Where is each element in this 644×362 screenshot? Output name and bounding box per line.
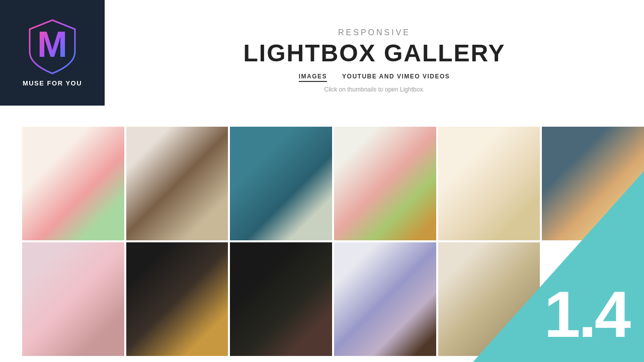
logo-area: M MUSE FOR YOU bbox=[0, 0, 105, 106]
gallery-item-2[interactable] bbox=[126, 127, 228, 240]
brand-name: MUSE FOR YOU bbox=[23, 79, 82, 87]
page-header: RESPONSIVE LIGHTBOX GALLERY IMAGES YOUTU… bbox=[105, 0, 644, 121]
gallery-hint: Click on thumbnails to open Lightbox. bbox=[324, 86, 424, 93]
svg-text:M: M bbox=[37, 24, 67, 64]
gallery-item-7[interactable] bbox=[22, 242, 124, 356]
gallery-item-5[interactable] bbox=[438, 127, 540, 240]
gallery-item-3[interactable] bbox=[230, 127, 332, 240]
tab-bar: IMAGES YOUTUBE AND VIMEO VIDEOS bbox=[299, 73, 450, 82]
tab-videos[interactable]: YOUTUBE AND VIMEO VIDEOS bbox=[342, 73, 450, 82]
gallery-item-6[interactable] bbox=[542, 127, 644, 240]
gallery-item-9[interactable] bbox=[230, 242, 332, 356]
gallery-item-10[interactable] bbox=[334, 242, 436, 356]
tab-images[interactable]: IMAGES bbox=[299, 73, 327, 82]
gallery-item-4[interactable] bbox=[334, 127, 436, 240]
page-title: LIGHTBOX GALLERY bbox=[244, 39, 506, 67]
gallery-row-1 bbox=[22, 127, 644, 240]
gallery-item-8[interactable] bbox=[126, 242, 228, 356]
gallery-item-11[interactable] bbox=[438, 242, 540, 356]
gallery-item-1[interactable] bbox=[22, 127, 124, 240]
page-subtitle: RESPONSIVE bbox=[338, 28, 411, 37]
gallery-row-2 bbox=[22, 242, 644, 356]
brand-logo: M bbox=[27, 19, 77, 74]
gallery-grid bbox=[0, 121, 644, 362]
